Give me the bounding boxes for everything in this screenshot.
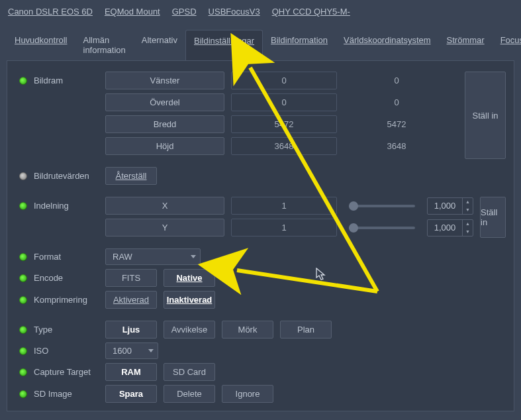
- frame-left-readonly: 0: [344, 72, 450, 89]
- type-dark-button[interactable]: Mörk: [222, 321, 273, 339]
- type-light-button[interactable]: Ljus: [105, 321, 157, 339]
- tab-bildinformation[interactable]: Bildinformation: [263, 30, 336, 60]
- iso-select[interactable]: 1600: [105, 342, 158, 359]
- iso-label: ISO: [34, 346, 99, 356]
- frame-left-value[interactable]: 0: [231, 72, 337, 89]
- device-tab[interactable]: GPSD: [172, 7, 197, 17]
- frame-top-button[interactable]: Överdel: [105, 93, 224, 111]
- tab-bildinstallningar[interactable]: Bildinställningar: [185, 30, 263, 60]
- status-led: [19, 253, 27, 261]
- status-led: [19, 326, 27, 334]
- frame-set-button[interactable]: Ställ in: [465, 72, 506, 159]
- encode-native-button[interactable]: Native: [164, 269, 215, 287]
- status-led: [19, 347, 27, 355]
- frame-height-readonly: 3648: [344, 138, 450, 154]
- bildrute-label: Bildrutevärden: [34, 171, 99, 181]
- frame-width-value[interactable]: 5472: [231, 115, 337, 133]
- tab-alternativ[interactable]: Alternativ: [134, 30, 185, 60]
- chevron-down-icon: [148, 349, 154, 352]
- device-tab[interactable]: QHY CCD QHY5-M-: [272, 7, 350, 17]
- chevron-down-icon: ▼: [463, 206, 473, 214]
- bin-y-button[interactable]: Y: [105, 219, 224, 236]
- bin-y-value[interactable]: 1: [231, 219, 337, 236]
- encode-fits-button[interactable]: FITS: [105, 269, 157, 287]
- frame-width-button[interactable]: Bredd: [105, 115, 224, 133]
- format-select[interactable]: RAW: [105, 248, 201, 265]
- status-led: [19, 274, 27, 282]
- device-tab[interactable]: Canon DSLR EOS 6D: [8, 7, 93, 17]
- bin-set-button[interactable]: Ställ in: [480, 197, 506, 238]
- status-led-off: [19, 172, 27, 180]
- tab-focus[interactable]: Focus: [493, 30, 521, 60]
- chevron-down-icon: [191, 255, 196, 258]
- frame-width-readonly: 5472: [344, 116, 450, 132]
- sdimage-label: SD Image: [34, 389, 99, 399]
- chevron-up-icon: ▲: [463, 198, 473, 206]
- type-flat-button[interactable]: Plan: [280, 321, 332, 339]
- settings-tabbar: Huvudkontroll Allmän information Alterna…: [0, 21, 521, 60]
- frame-top-readonly: 0: [344, 94, 450, 111]
- frame-height-value[interactable]: 3648: [231, 137, 337, 155]
- sd-save-button[interactable]: Spara: [105, 385, 157, 403]
- status-led: [19, 390, 27, 398]
- kompr-label: Komprimering: [34, 295, 99, 305]
- frame-top-value[interactable]: 0: [231, 93, 337, 111]
- sd-delete-button[interactable]: Delete: [164, 385, 215, 403]
- compress-off-button[interactable]: Inaktiverad: [164, 291, 215, 309]
- tab-huvudkontroll[interactable]: Huvudkontroll: [7, 30, 75, 60]
- tab-allman-info[interactable]: Allmän information: [75, 30, 134, 60]
- bin-x-slider[interactable]: [349, 205, 415, 207]
- bin-x-value[interactable]: 1: [231, 197, 337, 215]
- type-bias-button[interactable]: Avvikelse: [164, 321, 215, 339]
- chevron-up-icon: ▲: [463, 220, 473, 228]
- format-label: Format: [34, 252, 99, 262]
- image-settings-panel: Bildram Vänster 0 0 Överdel 0 0 Bredd 54…: [7, 60, 514, 411]
- capture-sd-button[interactable]: SD Card: [164, 363, 215, 381]
- device-tab[interactable]: USBFocusV3: [209, 7, 260, 17]
- device-tabbar: Canon DSLR EOS 6D EQMod Mount GPSD USBFo…: [0, 0, 521, 21]
- status-led: [19, 296, 27, 304]
- capture-ram-button[interactable]: RAM: [105, 363, 157, 381]
- status-led: [19, 368, 27, 376]
- sd-ignore-button[interactable]: Ignore: [222, 385, 273, 403]
- compress-on-button[interactable]: Aktiverad: [105, 291, 157, 309]
- capture-label: Capture Target: [34, 367, 99, 377]
- device-tab[interactable]: EQMod Mount: [105, 7, 160, 17]
- encode-label: Encode: [34, 273, 99, 283]
- type-label: Type: [34, 325, 99, 335]
- bildram-label: Bildram: [34, 76, 99, 85]
- status-led: [19, 202, 27, 210]
- bin-x-spinner[interactable]: 1,000 ▲▼: [427, 197, 473, 215]
- frame-left-button[interactable]: Vänster: [105, 72, 224, 89]
- frame-height-button[interactable]: Höjd: [105, 137, 224, 155]
- reset-button[interactable]: Återställ: [105, 167, 157, 185]
- chevron-down-icon: ▼: [463, 228, 473, 236]
- bin-x-button[interactable]: X: [105, 197, 224, 215]
- bin-y-spinner[interactable]: 1,000 ▲▼: [427, 219, 473, 236]
- indelning-label: Indelning: [34, 201, 99, 211]
- tab-varldskoord[interactable]: Världskoordinatsystem: [336, 30, 439, 60]
- bin-y-slider[interactable]: [349, 227, 415, 229]
- status-led: [19, 77, 27, 85]
- tab-strommar[interactable]: Strömmar: [439, 30, 493, 60]
